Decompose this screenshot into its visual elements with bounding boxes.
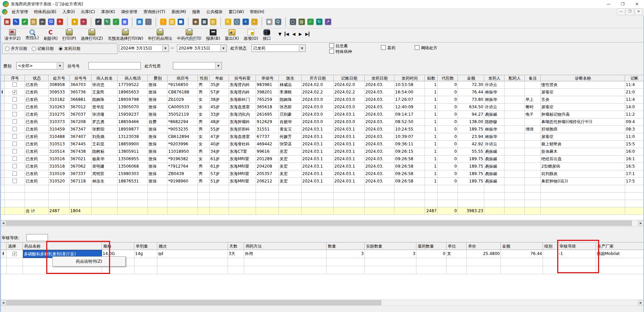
menu-item[interactable]: 特殊药品(B) [31, 8, 59, 16]
shield-check-icon[interactable]: ✔ [20, 17, 29, 27]
action-button[interactable]: 中药代煎打印 [177, 29, 201, 41]
column-header[interactable]: 规格 [102, 243, 134, 250]
action-button[interactable]: 读卡(F2) [4, 29, 21, 41]
column-header[interactable]: 代煎数 [438, 75, 458, 81]
row-checkbox[interactable] [12, 127, 17, 131]
column-header[interactable]: 单据号 [256, 75, 279, 81]
row-checkbox[interactable] [12, 134, 17, 139]
next-record-icon[interactable]: ▶ [299, 32, 302, 36]
action-button[interactable]: 报表(B) [206, 29, 220, 41]
action-button[interactable]: 查找(L) [25, 29, 39, 41]
table-row[interactable]: 已发药 310275 367037 张洪珊 15959237 医保 350521… [0, 111, 644, 118]
clipboard-add-icon[interactable]: + [79, 17, 88, 27]
column-header[interactable]: 处方号 [49, 75, 70, 81]
action-button[interactable]: C 刷新(R) [44, 29, 58, 41]
action-button[interactable]: 打印(P) [62, 29, 76, 41]
column-header[interactable]: 挂号科室 [229, 75, 256, 81]
row-checkbox[interactable] [12, 157, 17, 161]
column-header[interactable]: 病历号 [168, 75, 198, 81]
table-row[interactable]: 已发药 310516 367021 杨美华 13506955 医保 *91963… [0, 155, 644, 163]
table-row[interactable]: 已发药 310488 367407 刘燕娥 13123038 医保 CB6128… [0, 133, 644, 141]
rx-nature-select[interactable] [173, 62, 222, 69]
table-row[interactable]: I ✓ 已发药 309533 365736 王泉民 18965653 医保 CB… [0, 89, 644, 96]
radio-open-date[interactable]: 开方日期 [5, 46, 27, 52]
column-header[interactable]: 贴数 [425, 75, 438, 81]
row-checkbox[interactable] [12, 171, 17, 176]
column-header[interactable]: 挂号号 [70, 75, 92, 81]
prev-record-icon[interactable]: ◀ [292, 32, 295, 36]
calendar-icon[interactable]: ▦ [132, 17, 144, 27]
scrollbar-thumb[interactable] [6, 221, 632, 226]
bell-icon[interactable]: ! [156, 17, 168, 27]
action-button[interactable]: 选项(O) [243, 29, 258, 41]
last-record-icon[interactable]: ▶ [305, 32, 309, 36]
key-icon[interactable]: K [221, 17, 232, 27]
column-header[interactable]: 医生 [279, 75, 302, 81]
radio-dispense-date[interactable]: 发药日期 [58, 46, 80, 52]
table-row[interactable]: 已发药 310514 367438 陈树标 13805911 医保 110189… [0, 148, 644, 155]
network-rx-checkbox[interactable]: 网络处方 [415, 45, 437, 51]
action-button[interactable]: 接口 [263, 29, 271, 41]
column-header[interactable]: 频次 [157, 243, 228, 250]
search-plus-icon[interactable]: Q [274, 17, 282, 27]
clipboard-icon[interactable]: ▤ [209, 17, 217, 27]
maximize-button[interactable]: ❐ [616, 0, 630, 8]
menu-item[interactable]: 出库(C) [78, 8, 98, 16]
magnifier-icon[interactable]: ○ [232, 17, 241, 27]
pen-icon[interactable]: ✎ [11, 17, 20, 27]
menu-item[interactable]: 系统(M) [168, 8, 189, 16]
row-checkbox[interactable] [12, 97, 17, 102]
column-header[interactable]: 病人姓名 [92, 75, 118, 81]
column-header[interactable]: 药品名称 [23, 243, 102, 250]
table-row[interactable]: 已发药 310519 367337 周明宣 15980303 医保 ZB0439… [0, 170, 644, 178]
scroll-right-icon[interactable]: ▶ [638, 300, 644, 305]
minimize-button[interactable]: — [601, 0, 616, 8]
scroll-right-icon[interactable]: ▶ [638, 221, 644, 226]
row-checkbox[interactable] [12, 82, 17, 87]
export-icon[interactable]: ↗ [324, 17, 332, 27]
column-header[interactable]: 诊断名称 [541, 75, 625, 81]
table-row[interactable]: 已发药 310518 367062 唐明建 13506068 医保 *79127… [0, 163, 644, 170]
menu-item[interactable]: 库存(K) [98, 8, 118, 16]
review-level-input[interactable] [26, 234, 48, 241]
clipboard-edit-icon[interactable]: ✎ [103, 17, 111, 27]
column-header[interactable]: 发药人 [484, 75, 505, 81]
menu-item[interactable]: 调价管理 [118, 8, 140, 16]
menu-item[interactable]: 帮助(H) [247, 8, 267, 16]
mdi-minimize-button[interactable]: — [617, 8, 625, 15]
card-terminal-icon[interactable]: ▦ [3, 17, 11, 27]
column-header[interactable]: 性别 [198, 75, 210, 81]
date-to-select[interactable]: 2024年 3月15日 [177, 45, 227, 52]
row-checkbox[interactable] [12, 149, 17, 153]
table-row[interactable]: 已发药 310263 367012 曾华足 13905070 医保 CA0005… [0, 104, 644, 111]
column-header[interactable]: 配药人 [505, 75, 525, 81]
column-header[interactable]: 状态 [25, 75, 49, 81]
fee-type-select[interactable]: <全部> [16, 62, 63, 69]
column-header[interactable]: 年龄 [210, 75, 229, 81]
column-header[interactable]: 记帐 [625, 75, 644, 81]
column-header[interactable]: 审核等级 [558, 243, 596, 250]
radio-account-date[interactable]: 记账日期 [32, 46, 54, 52]
menu-item-drug-leaflet[interactable]: 药品说明书(Z) [53, 257, 125, 266]
stamp-icon[interactable]: ✶ [55, 17, 64, 27]
column-header[interactable]: 金额 [458, 75, 484, 81]
mdi-close-button[interactable]: ✕ [635, 8, 643, 15]
table-row[interactable]: 已发药 310520 367118 林连生 18876531 医保 *91989… [0, 178, 644, 185]
column-header[interactable]: 选择 [7, 243, 23, 250]
column-header[interactable]: 用药方法 [244, 243, 327, 250]
column-header[interactable]: 单价 [467, 243, 501, 250]
column-header[interactable]: 单位 [446, 243, 467, 250]
action-button[interactable]: 退出(X) [225, 29, 239, 41]
regno-input[interactable] [88, 62, 141, 69]
search-folder-icon[interactable]: ◈ [188, 17, 200, 27]
calendar-edit-icon[interactable]: ▦ [120, 17, 129, 27]
action-button[interactable]: 选择打印(Z) [81, 29, 103, 41]
row-checkbox[interactable] [12, 179, 17, 183]
table-icon[interactable]: ▦ [200, 17, 209, 27]
form-edit-icon[interactable]: ▤ [29, 17, 38, 27]
column-header[interactable]: 生产厂家 [596, 243, 644, 250]
row-checkbox[interactable] [12, 119, 17, 124]
column-header[interactable] [0, 243, 7, 250]
basic-drug-checkbox[interactable]: 基药 [381, 45, 395, 51]
keypad-icon[interactable]: ∷ [144, 17, 153, 27]
